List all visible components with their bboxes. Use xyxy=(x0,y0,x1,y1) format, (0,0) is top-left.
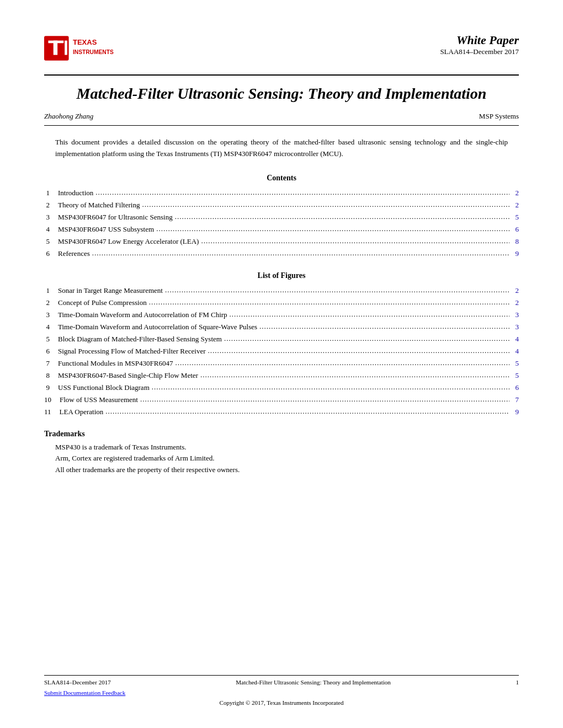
toc-item: 10 Flow of USS Measurement ·············… xyxy=(44,394,519,406)
toc-dots: ········································… xyxy=(223,334,509,345)
toc-item-num: 10 xyxy=(44,394,60,406)
toc-item-title: References xyxy=(58,248,90,260)
toc-dots: ········································… xyxy=(258,322,509,333)
toc-item-num: 2 xyxy=(44,297,58,309)
main-title: Matched-Filter Ultrasonic Sensing: Theor… xyxy=(44,84,519,104)
department: MSP Systems xyxy=(479,112,519,121)
toc-item-page: 2 xyxy=(511,187,519,199)
toc-item-title: MSP430FR6047 for Ultrasonic Sensing xyxy=(58,211,173,223)
toc-dots: ········································… xyxy=(94,188,509,199)
toc-dots: ········································… xyxy=(139,395,509,406)
logo-area: TEXAS INSTRUMENTS xyxy=(44,33,116,63)
toc-item-page: 2 xyxy=(511,297,519,309)
toc-item-page: 2 xyxy=(511,199,519,211)
toc-item-page: 9 xyxy=(511,248,519,260)
toc-item-content: MSP430FR6047 USS Subsystem ·············… xyxy=(58,223,519,235)
footer-top-row: SLAA814–December 2017 Matched-Filter Ult… xyxy=(44,679,519,686)
author-line: Zhaohong Zhang MSP Systems xyxy=(44,112,519,126)
toc-item: 1 Sonar in Target Range Measurement ····… xyxy=(44,285,519,297)
toc-item-page: 4 xyxy=(511,345,519,357)
footer-feedback-row: Submit Documentation Feedback xyxy=(44,687,519,697)
toc-item-content: Block Diagram of Matched-Filter-Based Se… xyxy=(58,333,519,345)
toc-dots: ········································… xyxy=(207,346,509,357)
toc-item-title: MSP430FR6047 USS Subsystem xyxy=(58,223,154,235)
logo-texas-text: TEXAS xyxy=(73,38,97,46)
toc-dots: ········································… xyxy=(199,371,509,382)
toc-dots: ········································… xyxy=(200,237,509,248)
toc-item-num: 11 xyxy=(44,406,60,418)
toc-item-title: Functional Modules in MSP430FR6047 xyxy=(58,357,173,370)
toc-item-content: Introduction ···························… xyxy=(58,187,519,199)
toc-item: 5 MSP430FR6047 Low Energy Accelerator (L… xyxy=(44,235,519,248)
toc-item-content: Concept of Pulse Compression ···········… xyxy=(58,297,519,309)
toc-item: 2 Theory of Matched Filtering ··········… xyxy=(44,199,519,211)
trademarks-text: MSP430 is a trademark of Texas Instrumen… xyxy=(55,442,519,476)
doc-number: SLAA814–December 2017 xyxy=(440,47,519,56)
toc-dots: ········································… xyxy=(155,224,509,235)
toc-item-title: Signal Processing Flow of Matched-Filter… xyxy=(58,345,206,357)
author-name: Zhaohong Zhang xyxy=(44,112,93,121)
footer-title: Matched-Filter Ultrasonic Sensing: Theor… xyxy=(236,679,391,686)
toc-item-num: 1 xyxy=(44,285,58,297)
toc-item: 6 Signal Processing Flow of Matched-Filt… xyxy=(44,345,519,357)
logo-i xyxy=(65,41,67,55)
toc-item-page: 5 xyxy=(511,211,519,223)
toc-item-content: Sonar in Target Range Measurement ······… xyxy=(58,285,519,297)
toc-item-num: 8 xyxy=(44,370,58,382)
toc-item-title: LEA Operation xyxy=(60,406,104,418)
trademark-line: Arm, Cortex are registered trademarks of… xyxy=(55,453,519,464)
logo-instruments-text: INSTRUMENTS xyxy=(73,49,114,55)
toc-dots: ········································… xyxy=(174,212,509,223)
toc-item: 6 References ···························… xyxy=(44,248,519,260)
toc-dots: ········································… xyxy=(91,249,509,260)
toc-item: 9 USS Functional Block Diagram ·········… xyxy=(44,382,519,394)
toc-item-page: 9 xyxy=(511,406,519,418)
toc-item-content: References ·····························… xyxy=(58,248,519,260)
trademark-line: All other trademarks are the property of… xyxy=(55,464,519,476)
toc-item: 4 Time-Domain Waveform and Autocorrelati… xyxy=(44,321,519,333)
toc-item: 11 LEA Operation ·······················… xyxy=(44,406,519,418)
lof: 1 Sonar in Target Range Measurement ····… xyxy=(44,285,519,419)
toc-item-num: 5 xyxy=(44,235,58,248)
footer-copyright: Copyright © 2017, Texas Instruments Inco… xyxy=(44,699,519,706)
toc-item-num: 5 xyxy=(44,333,58,345)
doc-type-label: White Paper xyxy=(440,33,519,47)
trademarks-heading: Trademarks xyxy=(44,430,519,438)
toc-item: 1 Introduction ·························… xyxy=(44,187,519,199)
toc-item-content: Time-Domain Waveform and Autocorrelation… xyxy=(58,321,519,333)
toc-item-content: Flow of USS Measurement ················… xyxy=(60,394,519,406)
toc-item: 7 Functional Modules in MSP430FR6047 ···… xyxy=(44,357,519,370)
toc-item-title: Theory of Matched Filtering xyxy=(58,199,140,211)
title-section: Matched-Filter Ultrasonic Sensing: Theor… xyxy=(44,74,519,104)
feedback-link[interactable]: Submit Documentation Feedback xyxy=(44,689,125,696)
toc-item-title: USS Functional Block Diagram xyxy=(58,382,150,394)
toc-item-page: 5 xyxy=(511,370,519,382)
toc-item-title: Flow of USS Measurement xyxy=(60,394,138,406)
toc-item-num: 4 xyxy=(44,321,58,333)
toc-item-page: 6 xyxy=(511,382,519,394)
toc-item-num: 2 xyxy=(44,199,58,211)
abstract-text: This document provides a detailed discus… xyxy=(55,137,508,160)
toc-item-title: Sonar in Target Range Measurement xyxy=(58,285,163,297)
toc-item-content: MSP430FR6047 for Ultrasonic Sensing ····… xyxy=(58,211,519,223)
toc-item-content: LEA Operation ··························… xyxy=(60,406,519,418)
document-page: TEXAS INSTRUMENTS White Paper SLAA814–De… xyxy=(0,0,563,728)
toc-item-content: Functional Modules in MSP430FR6047 ·····… xyxy=(58,357,519,370)
toc-item-content: MSP430FR6047-Based Single-Chip Flow Mete… xyxy=(58,370,519,382)
toc-item-page: 3 xyxy=(511,309,519,321)
toc-dots: ········································… xyxy=(141,200,509,211)
toc-dots: ········································… xyxy=(174,358,509,370)
toc-item-title: MSP430FR6047-Based Single-Chip Flow Mete… xyxy=(58,370,198,382)
toc-item-content: Theory of Matched Filtering ············… xyxy=(58,199,519,211)
toc-item-content: MSP430FR6047 Low Energy Accelerator (LEA… xyxy=(58,235,519,248)
toc-item-page: 6 xyxy=(511,223,519,235)
toc-item-num: 3 xyxy=(44,211,58,223)
ti-logo: TEXAS INSTRUMENTS xyxy=(44,33,116,63)
toc: 1 Introduction ·························… xyxy=(44,187,519,260)
toc-item-title: Introduction xyxy=(58,187,93,199)
logo-t-stem xyxy=(54,41,57,55)
toc-item-num: 6 xyxy=(44,345,58,357)
toc-item-num: 6 xyxy=(44,248,58,260)
toc-item-page: 4 xyxy=(511,333,519,345)
toc-dots: ········································… xyxy=(229,310,509,321)
